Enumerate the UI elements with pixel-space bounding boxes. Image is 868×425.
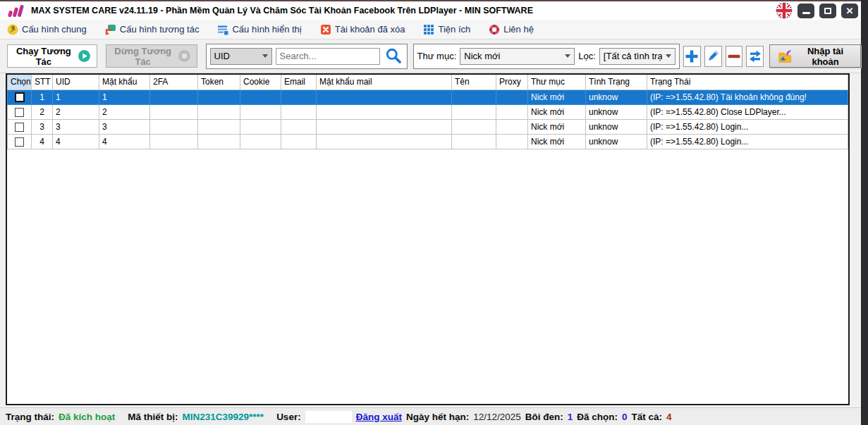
- refresh-button[interactable]: [746, 46, 764, 67]
- menu-item-utilities[interactable]: Tiện ích: [423, 24, 470, 35]
- cell: [198, 90, 240, 104]
- cell: [240, 119, 281, 134]
- folder-select[interactable]: Nick mới: [460, 48, 575, 65]
- cell: [8, 90, 32, 104]
- column-header-2fa[interactable]: 2FA: [150, 75, 198, 90]
- menu-item-general-config[interactable]: Cấu hình chung: [7, 24, 87, 35]
- row-checkbox[interactable]: [15, 137, 24, 147]
- add-account-button[interactable]: [683, 46, 701, 67]
- cell: [317, 134, 452, 149]
- column-header-chọn[interactable]: Chọn: [8, 75, 32, 90]
- close-button[interactable]: ✕: [841, 4, 858, 18]
- grid-body: 111Nick mớiunknow(IP: =>1.55.42.80) Tài …: [8, 90, 848, 149]
- app-window: MAX SYSTEM CARE v24.11.19 - Phần Mềm Quả…: [0, 0, 861, 425]
- edit-account-button[interactable]: [704, 46, 722, 67]
- row-checkbox[interactable]: [15, 92, 25, 102]
- expiry-date: 12/12/2025: [473, 412, 521, 422]
- menu-label: Cấu hình tương tác: [120, 24, 200, 35]
- column-header-email[interactable]: Email: [281, 75, 317, 90]
- column-header-uid[interactable]: UID: [53, 75, 99, 90]
- display-config-icon: [217, 24, 228, 35]
- column-header-tên[interactable]: Tên: [452, 75, 496, 90]
- accounts-grid: ChọnSTTUIDMật khẩu2FATokenCookieEmailMật…: [7, 75, 848, 149]
- cell: [150, 104, 198, 119]
- column-header-stt[interactable]: STT: [32, 75, 53, 90]
- column-header-mật-khẩu-mail[interactable]: Mật khẩu mail: [317, 75, 452, 90]
- row-checkbox[interactable]: [15, 123, 24, 132]
- table-row[interactable]: 111Nick mớiunknow(IP: =>1.55.42.80) Tài …: [8, 90, 848, 104]
- import-folder-icon: [778, 48, 793, 65]
- device-label: Mã thiết bị:: [128, 412, 178, 422]
- cell: unknow: [586, 104, 647, 119]
- search-field-select[interactable]: UID: [210, 48, 272, 65]
- app-logo-icon: [6, 3, 27, 18]
- column-header-mật-khẩu[interactable]: Mật khẩu: [99, 75, 150, 90]
- row-checkbox[interactable]: [15, 108, 24, 117]
- cell: [8, 104, 32, 119]
- cell: [452, 90, 496, 104]
- cell: [452, 134, 496, 149]
- table-row[interactable]: 222Nick mớiunknow(IP: =>1.55.42.80) Clos…: [8, 104, 848, 119]
- search-input[interactable]: [276, 48, 380, 65]
- remove-icon: [727, 49, 741, 63]
- minimize-icon: [802, 12, 810, 14]
- filter-value: [Tất cả tình trạng: [604, 51, 662, 61]
- cell: 1: [99, 90, 150, 104]
- edit-pencil-icon: [706, 49, 720, 63]
- cell: Nick mới: [528, 119, 586, 134]
- cell: 1: [53, 90, 99, 104]
- cell: [496, 104, 528, 119]
- menu-item-contact[interactable]: Liên hệ: [489, 24, 534, 35]
- run-interaction-button[interactable]: Chạy Tương Tác: [7, 44, 97, 68]
- cell: 4: [53, 134, 99, 149]
- stop-interaction-button[interactable]: Dừng Tương Tác: [106, 44, 197, 68]
- column-header-proxy[interactable]: Proxy: [496, 75, 528, 90]
- filter-select[interactable]: [Tất cả tình trạng: [599, 48, 676, 65]
- run-label: Chạy Tương Tác: [14, 46, 73, 67]
- cell: [198, 134, 240, 149]
- expiry-label: Ngày hết hạn:: [406, 412, 469, 422]
- column-header-token[interactable]: Token: [198, 75, 240, 90]
- search-group: UID: [206, 44, 408, 69]
- cell: [496, 119, 528, 134]
- table-row[interactable]: 333Nick mớiunknow(IP: =>1.55.42.80) Logi…: [8, 119, 848, 134]
- stop-label: Dừng Tương Tác: [113, 46, 173, 67]
- menu-label: Tiện ích: [438, 24, 470, 35]
- cell: unknow: [586, 134, 647, 149]
- menu-item-interaction-config[interactable]: Cấu hình tương tác: [105, 24, 200, 35]
- minimize-button[interactable]: [797, 4, 814, 18]
- menu-item-deleted-accounts[interactable]: Tài khoản đã xóa: [320, 24, 405, 35]
- total-count: 4: [666, 412, 672, 422]
- title-bar: MAX SYSTEM CARE v24.11.19 - Phần Mềm Quả…: [0, 1, 861, 20]
- import-accounts-button[interactable]: Nhập tài khoản: [769, 44, 861, 68]
- folder-label: Thư mục:: [417, 51, 457, 61]
- column-header-cookie[interactable]: Cookie: [240, 75, 281, 90]
- cell: [150, 134, 198, 149]
- table-row[interactable]: 444Nick mớiunknow(IP: =>1.55.42.80) Logi…: [8, 134, 848, 149]
- toolbar: Chạy Tương Tác Dừng Tương Tác UID: [0, 39, 861, 73]
- maximize-button[interactable]: [819, 4, 836, 18]
- status-label: Trạng thái:: [6, 412, 54, 422]
- column-header-trạng-thái[interactable]: Trạng Thái: [647, 75, 848, 90]
- cell: (IP: =>1.55.42.80) Tài khoản không đúng!: [647, 90, 848, 104]
- cell: (IP: =>1.55.42.80) Login...: [647, 119, 848, 134]
- remove-account-button[interactable]: [726, 46, 743, 67]
- cell: [281, 90, 317, 104]
- column-header-thư-mục[interactable]: Thư mục: [528, 75, 586, 90]
- cell: [150, 119, 198, 134]
- play-icon: [78, 49, 90, 63]
- search-button[interactable]: [384, 47, 403, 66]
- window-title: MAX SYSTEM CARE v24.11.19 - Phần Mềm Quả…: [31, 6, 533, 16]
- wrench-icon: [7, 24, 18, 35]
- cell: 2: [53, 104, 99, 119]
- refresh-icon: [747, 49, 763, 64]
- user-field[interactable]: [305, 411, 352, 423]
- menu-item-display-config[interactable]: Cấu hình hiển thị: [217, 24, 301, 35]
- cell: (IP: =>1.55.42.80) Login...: [647, 134, 848, 149]
- menu-label: Cấu hình chung: [22, 24, 87, 35]
- device-code: MIN231C39929****: [183, 412, 264, 422]
- cell: 2: [99, 104, 150, 119]
- language-flag-icon[interactable]: [776, 2, 793, 19]
- column-header-tình-trạng[interactable]: Tình Trạng: [586, 75, 647, 90]
- logout-link[interactable]: Đăng xuất: [356, 412, 402, 422]
